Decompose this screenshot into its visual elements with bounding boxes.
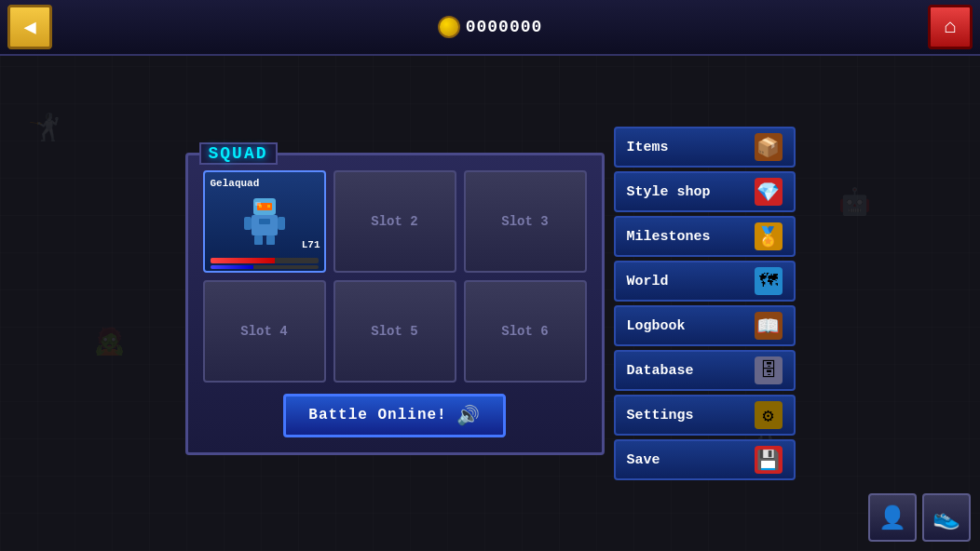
squad-slot-3[interactable]: Slot 3 (464, 170, 587, 273)
bottom-right-buttons: 👤 👟 (868, 493, 971, 542)
home-icon: ⌂ (944, 16, 956, 39)
slot-2-label: Slot 2 (371, 214, 417, 229)
menu-item-style-shop[interactable]: Style shop 💎 (614, 171, 796, 212)
corner-1-icon: 👤 (878, 504, 906, 531)
slot-5-label: Slot 5 (371, 324, 417, 339)
menu-style-label: Style shop (627, 184, 711, 200)
coin-count: 0000000 (466, 18, 543, 36)
svg-rect-6 (244, 217, 252, 230)
milestones-icon: 🏅 (755, 222, 783, 250)
menu-items-label: Items (627, 140, 669, 155)
svg-rect-9 (266, 235, 275, 245)
items-icon: 📦 (755, 133, 783, 161)
squad-panel: SQUAD Gelaquad (185, 153, 605, 455)
slot-3-label: Slot 3 (501, 214, 548, 229)
char-level: L71 (302, 239, 320, 250)
character-info: Gelaquad (205, 172, 324, 271)
world-icon: 🗺 (755, 267, 783, 295)
menu-world-label: World (627, 274, 669, 289)
menu-item-settings[interactable]: Settings ⚙ (614, 395, 796, 436)
squad-slot-1[interactable]: Gelaquad (203, 170, 326, 273)
slot-6-label: Slot 6 (501, 324, 548, 339)
save-icon: 💾 (755, 446, 783, 474)
squad-slot-5[interactable]: Slot 5 (333, 280, 456, 383)
menu-database-label: Database (627, 363, 694, 379)
menu-settings-label: Settings (627, 408, 694, 423)
menu-item-items[interactable]: Items 📦 (614, 127, 796, 168)
slot-4-label: Slot 4 (240, 324, 287, 339)
svg-rect-8 (254, 235, 263, 245)
char-mp-fill (211, 265, 253, 269)
back-icon: ◀ (23, 15, 35, 40)
svg-rect-4 (252, 215, 278, 235)
top-bar: ◀ 0000000 ⌂ (0, 0, 980, 56)
main-content: SQUAD Gelaquad (0, 56, 980, 551)
svg-rect-10 (255, 202, 261, 206)
menu-item-milestones[interactable]: Milestones 🏅 (614, 216, 796, 257)
menu-logbook-label: Logbook (627, 318, 686, 334)
corner-button-1[interactable]: 👤 (868, 493, 917, 542)
style-icon: 💎 (755, 178, 783, 206)
battle-online-button[interactable]: Battle Online! 🔊 (283, 394, 505, 437)
sound-icon: 🔊 (456, 404, 481, 427)
menu-item-world[interactable]: World 🗺 (614, 261, 796, 302)
menu-item-save[interactable]: Save 💾 (614, 439, 796, 480)
logbook-icon: 📖 (755, 312, 783, 340)
char-name: Gelaquad (211, 178, 260, 189)
squad-slot-2[interactable]: Slot 2 (333, 170, 456, 273)
battle-online-area: Battle Online! 🔊 (203, 394, 587, 437)
char-hp-fill (211, 258, 276, 263)
right-menu: Items 📦 Style shop 💎 Milestones 🏅 World … (614, 127, 796, 480)
char-mp-bar (211, 265, 319, 269)
char-sprite (237, 195, 293, 250)
battle-online-label: Battle Online! (308, 407, 446, 423)
svg-rect-3 (267, 205, 270, 208)
corner-2-icon: 👟 (932, 504, 960, 531)
svg-rect-7 (278, 217, 285, 230)
char-svg (242, 196, 287, 249)
squad-slot-4[interactable]: Slot 4 (203, 280, 326, 383)
menu-item-logbook[interactable]: Logbook 📖 (614, 305, 796, 346)
settings-icon: ⚙ (755, 401, 783, 429)
squad-title: SQUAD (199, 142, 278, 165)
database-icon: 🗄 (755, 356, 783, 384)
menu-milestones-label: Milestones (627, 229, 711, 245)
back-button[interactable]: ◀ (7, 5, 52, 49)
squad-slot-6[interactable]: Slot 6 (464, 280, 587, 383)
slots-grid: Gelaquad (203, 170, 587, 383)
menu-save-label: Save (627, 452, 660, 468)
coin-icon (438, 16, 460, 38)
char-hp-bar (211, 258, 319, 263)
menu-item-database[interactable]: Database 🗄 (614, 350, 796, 391)
home-button[interactable]: ⌂ (928, 5, 973, 49)
corner-button-2[interactable]: 👟 (922, 493, 971, 542)
coin-area: 0000000 (438, 16, 543, 38)
svg-rect-5 (259, 219, 270, 224)
